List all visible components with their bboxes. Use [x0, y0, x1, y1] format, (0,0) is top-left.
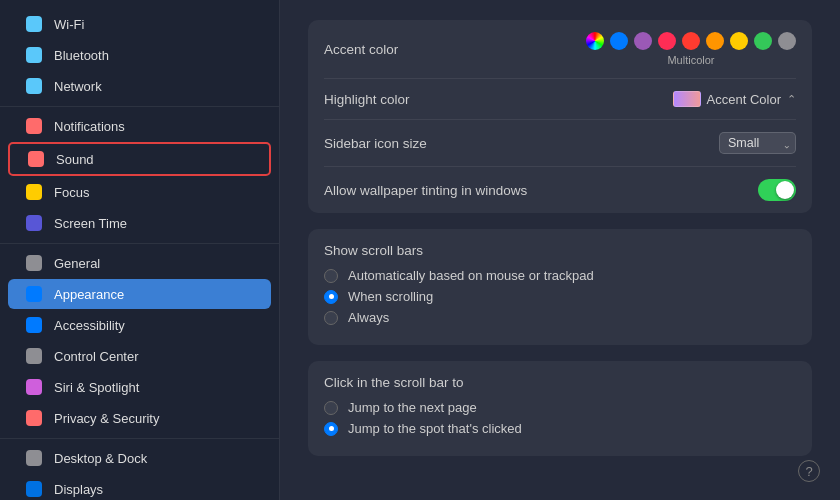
sidebar-item-siri[interactable]: Siri & Spotlight [8, 372, 271, 402]
scroll-always-item[interactable]: Always [324, 310, 796, 325]
svg-rect-11 [26, 379, 42, 395]
scroll-when-item[interactable]: When scrolling [324, 289, 796, 304]
scroll-auto-radio[interactable] [324, 269, 338, 283]
wallpaper-tinting-toggle[interactable] [758, 179, 796, 201]
accent-colors-list [586, 32, 796, 50]
accent-color-orange[interactable] [706, 32, 724, 50]
wifi-label: Wi-Fi [54, 17, 84, 32]
click-spot-radio[interactable] [324, 422, 338, 436]
bluetooth-icon [24, 45, 44, 65]
sidebar-item-notifications[interactable]: Notifications [8, 111, 271, 141]
highlight-color-value: Accent Color [707, 92, 781, 107]
highlight-color-row: Highlight color Accent Color ⌃ [324, 79, 796, 120]
general-icon [24, 253, 44, 273]
sidebar-group-3: Desktop & Dock Displays Wallpaper Screen… [0, 443, 279, 500]
sidebar-group-0: Wi-Fi Bluetooth Network [0, 9, 279, 107]
svg-rect-6 [26, 215, 42, 231]
sound-icon [26, 149, 46, 169]
privacy-icon [24, 408, 44, 428]
highlight-chevron-icon: ⌃ [787, 93, 796, 106]
svg-rect-8 [26, 286, 42, 302]
svg-rect-12 [26, 410, 42, 426]
svg-rect-0 [26, 16, 42, 32]
wallpaper-tinting-row: Allow wallpaper tinting in windows [324, 167, 796, 213]
sidebar-item-displays[interactable]: Displays [8, 474, 271, 500]
accent-color-yellow[interactable] [730, 32, 748, 50]
svg-rect-7 [26, 255, 42, 271]
highlight-color-control[interactable]: Accent Color ⌃ [673, 91, 796, 107]
click-scroll-title: Click in the scroll bar to [324, 375, 796, 390]
accent-color-graphite[interactable] [778, 32, 796, 50]
sidebar-item-focus[interactable]: Focus [8, 177, 271, 207]
sidebar-item-general[interactable]: General [8, 248, 271, 278]
svg-rect-1 [26, 47, 42, 63]
appearance-icon [24, 284, 44, 304]
scroll-auto-label: Automatically based on mouse or trackpad [348, 268, 594, 283]
scroll-auto-item[interactable]: Automatically based on mouse or trackpad [324, 268, 796, 283]
appearance-label: Appearance [54, 287, 124, 302]
network-label: Network [54, 79, 102, 94]
svg-rect-13 [26, 450, 42, 466]
sidebar-item-desktop[interactable]: Desktop & Dock [8, 443, 271, 473]
svg-rect-9 [26, 317, 42, 333]
screentime-label: Screen Time [54, 216, 127, 231]
click-next-label: Jump to the next page [348, 400, 477, 415]
accent-color-section: Accent color Multicolor Highlight color … [308, 20, 812, 213]
controlcenter-label: Control Center [54, 349, 139, 364]
displays-icon [24, 479, 44, 499]
sidebar-icon-size-select[interactable]: Small Medium Large [719, 132, 796, 154]
click-spot-item[interactable]: Jump to the spot that's clicked [324, 421, 796, 436]
notifications-label: Notifications [54, 119, 125, 134]
accent-color-green[interactable] [754, 32, 772, 50]
svg-rect-3 [26, 118, 42, 134]
scroll-when-radio[interactable] [324, 290, 338, 304]
highlight-swatch [673, 91, 701, 107]
scroll-always-radio[interactable] [324, 311, 338, 325]
highlight-color-label: Highlight color [324, 92, 410, 107]
scroll-bars-section: Show scroll bars Automatically based on … [308, 229, 812, 345]
accent-color-multicolor[interactable] [586, 32, 604, 50]
click-next-item[interactable]: Jump to the next page [324, 400, 796, 415]
accent-color-red[interactable] [682, 32, 700, 50]
scroll-when-label: When scrolling [348, 289, 433, 304]
accent-color-pink[interactable] [658, 32, 676, 50]
sidebar-item-screentime[interactable]: Screen Time [8, 208, 271, 238]
focus-label: Focus [54, 185, 89, 200]
general-label: General [54, 256, 100, 271]
svg-rect-14 [26, 481, 42, 497]
notifications-icon [24, 116, 44, 136]
scroll-always-label: Always [348, 310, 389, 325]
sidebar-item-controlcenter[interactable]: Control Center [8, 341, 271, 371]
sound-label: Sound [56, 152, 94, 167]
accent-color-blue[interactable] [610, 32, 628, 50]
svg-rect-2 [26, 78, 42, 94]
multicolor-label: Multicolor [586, 54, 796, 66]
sidebar-item-accessibility[interactable]: Accessibility [8, 310, 271, 340]
bluetooth-label: Bluetooth [54, 48, 109, 63]
screentime-icon [24, 213, 44, 233]
help-button[interactable]: ? [798, 460, 820, 482]
svg-rect-4 [28, 151, 44, 167]
sidebar-group-1: Notifications Sound Focus Screen Time [0, 111, 279, 244]
desktop-label: Desktop & Dock [54, 451, 147, 466]
sidebar: Wi-Fi Bluetooth Network Notifications So… [0, 0, 280, 500]
svg-rect-5 [26, 184, 42, 200]
accent-colors-wrapper: Multicolor [586, 32, 796, 66]
sidebar-item-bluetooth[interactable]: Bluetooth [8, 40, 271, 70]
sidebar-item-appearance[interactable]: Appearance [8, 279, 271, 309]
network-icon [24, 76, 44, 96]
wallpaper-tinting-label: Allow wallpaper tinting in windows [324, 183, 527, 198]
sidebar-item-privacy[interactable]: Privacy & Security [8, 403, 271, 433]
sidebar-item-network[interactable]: Network [8, 71, 271, 101]
main-content: Accent color Multicolor Highlight color … [280, 0, 840, 500]
accessibility-icon [24, 315, 44, 335]
main-wrapper: Accent color Multicolor Highlight color … [280, 0, 840, 500]
focus-icon [24, 182, 44, 202]
sidebar-item-sound[interactable]: Sound [8, 142, 271, 176]
sidebar-item-wifi[interactable]: Wi-Fi [8, 9, 271, 39]
click-next-radio[interactable] [324, 401, 338, 415]
siri-label: Siri & Spotlight [54, 380, 139, 395]
accent-color-purple[interactable] [634, 32, 652, 50]
sidebar-icon-size-wrapper[interactable]: Small Medium Large [719, 132, 796, 154]
privacy-label: Privacy & Security [54, 411, 159, 426]
